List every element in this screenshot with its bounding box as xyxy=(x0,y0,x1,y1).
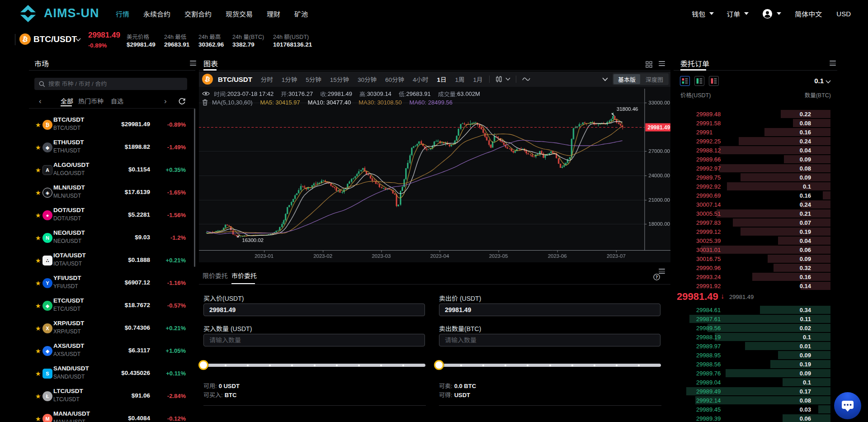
orderbook-row[interactable]: 29988.95 0.09 xyxy=(674,351,837,360)
orderbook-row[interactable]: 29992.25 0.24 xyxy=(674,137,837,146)
chevron-down-icon[interactable] xyxy=(602,77,608,81)
help-icon[interactable]: ? xyxy=(653,274,660,280)
buy-price-input[interactable] xyxy=(203,303,425,316)
orderbook-row[interactable]: 29989.45 0.03 xyxy=(674,405,837,414)
trade-tab-market[interactable]: 市价委托 xyxy=(231,271,257,280)
favorite-star-icon[interactable]: ★ xyxy=(35,189,41,196)
view-basic-button[interactable]: 基本版 xyxy=(613,74,640,84)
timeframe-button[interactable]: 1日 xyxy=(437,75,446,84)
orderbook-row[interactable]: 29989.75 0.09 xyxy=(674,173,837,182)
market-row[interactable]: ★ Y YFI/USDT YFI/USDT $6907.12 -1.16% xyxy=(29,272,195,294)
orderbook-row[interactable]: 29987.61 0.11 xyxy=(674,314,837,323)
favorite-star-icon[interactable]: ★ xyxy=(35,212,41,219)
orderbook-row[interactable]: 29993.24 0.16 xyxy=(674,272,837,281)
orderbook-row[interactable]: 29988.12 0.04 xyxy=(674,146,837,155)
favorite-star-icon[interactable]: ★ xyxy=(35,347,41,355)
orderbook-row[interactable]: 29989.39 0.06 xyxy=(674,414,837,422)
orderbook-row[interactable]: 29991.92 0.14 xyxy=(674,281,837,290)
orderbook-row[interactable]: 30025.39 0.04 xyxy=(674,236,837,245)
slider-handle[interactable] xyxy=(434,360,444,370)
orderbook-row[interactable]: 29989.48 0.22 xyxy=(674,109,837,119)
orderbook-row[interactable]: 29989.49 0.17 xyxy=(674,387,837,396)
search-input[interactable] xyxy=(48,81,175,87)
market-row[interactable]: ★ ◈ MLN/USDT MLN/USDT $17.6139 -1.65% xyxy=(29,181,195,204)
tabs-scroll-left-icon[interactable]: ‹ xyxy=(39,97,42,106)
timeframe-button[interactable]: 5分钟 xyxy=(306,75,321,84)
nav-item-pool[interactable]: 矿池 xyxy=(294,9,308,19)
market-row[interactable]: ★ S SAND/USDT SAND/USDT $0.435026 +0.11% xyxy=(29,362,195,385)
buy-amount-slider[interactable] xyxy=(203,360,425,370)
chart-menu-icon[interactable] xyxy=(659,61,665,66)
market-row[interactable]: ★ ◆ ETH/USDT ETH/USDT $1898.82 -1.49% xyxy=(29,136,195,159)
trade-menu-icon[interactable] xyxy=(659,269,665,274)
orderbook-row[interactable]: 29984.61 0.34 xyxy=(674,305,837,314)
orderbook-row[interactable]: 30031.01 0.06 xyxy=(674,245,837,254)
orderbook-row[interactable]: 29988.56 0.19 xyxy=(674,360,837,369)
chevron-down-icon[interactable] xyxy=(826,80,831,84)
favorite-star-icon[interactable]: ★ xyxy=(35,280,41,287)
market-row[interactable]: ★ M MANA/USDT MANA/USDT $0.4084 -0.12% xyxy=(29,408,195,422)
book-mode-bids-icon[interactable] xyxy=(694,76,704,86)
chevron-down-icon[interactable] xyxy=(75,38,81,42)
nav-item-delivery[interactable]: 交割合约 xyxy=(184,9,212,19)
slider-handle[interactable] xyxy=(198,360,208,370)
market-row[interactable]: ★ Ł LTC/USDT LTC/USDT $91.06 -2.84% xyxy=(29,385,195,408)
scrollbar[interactable] xyxy=(194,109,195,267)
orderbook-row[interactable]: 29989.04 0.1 xyxy=(674,378,837,387)
favorite-star-icon[interactable]: ★ xyxy=(35,415,41,422)
book-mode-both-icon[interactable] xyxy=(680,76,690,86)
market-menu-icon[interactable] xyxy=(190,61,196,66)
indicator-line-icon[interactable] xyxy=(522,76,530,82)
favorite-star-icon[interactable]: ★ xyxy=(35,302,41,309)
orderbook-row[interactable]: 29997.83 0.07 xyxy=(674,218,837,227)
orderbook-row[interactable]: 29992.92 0.1 xyxy=(674,182,837,191)
timeframe-button[interactable]: 30分钟 xyxy=(358,75,377,84)
sell-amount-slider[interactable] xyxy=(439,360,661,370)
currency-selector[interactable]: USD xyxy=(836,10,851,18)
timeframe-button[interactable]: 4小时 xyxy=(413,75,429,84)
chevron-down-icon[interactable] xyxy=(505,77,510,81)
refresh-icon[interactable] xyxy=(178,97,186,105)
orderbook-row[interactable]: 29992.14 0.08 xyxy=(674,396,837,405)
nav-item-spot[interactable]: 现货交易 xyxy=(226,9,253,19)
orderbook-row[interactable]: 29989.97 0.01 xyxy=(674,341,837,351)
favorite-star-icon[interactable]: ★ xyxy=(35,325,41,332)
favorite-star-icon[interactable]: ★ xyxy=(35,121,41,128)
candlestick-style-icon[interactable] xyxy=(495,76,503,83)
sell-price-input[interactable] xyxy=(439,303,660,316)
market-row[interactable]: ★ ● DOT/USDT DOT/USDT $5.2281 -1.56% xyxy=(29,204,195,227)
eye-icon[interactable] xyxy=(202,91,210,96)
view-depth-button[interactable]: 深度图 xyxy=(641,74,668,84)
market-row[interactable]: ★ N NEO/USDT NEO/USDT $9.03 -1.2% xyxy=(29,227,195,249)
favorite-star-icon[interactable]: ★ xyxy=(35,370,41,377)
sell-amount-input[interactable] xyxy=(439,334,660,346)
market-tab-all[interactable]: 全部 xyxy=(61,96,73,105)
market-row[interactable]: ★ ◆ AXS/USDT AXS/USDT $6.3117 +1.05% xyxy=(29,340,195,362)
market-row[interactable]: ★ ₿ BTC/USDT BTC/USDT $29981.49 -0.89% xyxy=(29,114,195,136)
orderbook-row[interactable]: 29992.97 0.08 xyxy=(674,164,837,173)
favorite-star-icon[interactable]: ★ xyxy=(35,234,41,242)
favorite-star-icon[interactable]: ★ xyxy=(35,144,41,151)
market-row[interactable]: ★ X XRP/USDT XRP/USDT $0.74306 +0.21% xyxy=(29,317,195,340)
orderbook-row[interactable]: 29989.66 0.09 xyxy=(674,155,837,164)
book-mode-asks-icon[interactable] xyxy=(709,76,719,86)
precision-selector[interactable]: 0.1 xyxy=(814,77,824,85)
language-selector[interactable]: 简体中文 xyxy=(795,9,822,19)
orderbook-row[interactable]: 29989.76 0.09 xyxy=(674,369,837,378)
wallet-menu[interactable]: 钱包 xyxy=(692,9,714,19)
orderbook-row[interactable]: 29991.58 0.08 xyxy=(674,119,837,128)
timeframe-button[interactable]: 分时 xyxy=(261,75,273,84)
nav-item-earn[interactable]: 理财 xyxy=(267,9,280,19)
timeframe-button[interactable]: 60分钟 xyxy=(385,75,404,84)
market-row[interactable]: ★ ∴ IOTA/USDT IOTA/USDT $0.1888 +0.21% xyxy=(29,249,195,272)
orderbook-row[interactable]: 29990.96 0.32 xyxy=(674,263,837,272)
timeframe-button[interactable]: 15分钟 xyxy=(330,75,349,84)
account-menu[interactable] xyxy=(762,9,781,19)
market-tab-fav[interactable]: 自选 xyxy=(111,96,123,105)
market-row[interactable]: ★ A ALGO/USDT ALGO/USDT $0.1154 +0.35% xyxy=(29,159,195,181)
trade-tab-limit[interactable]: 限价委托 xyxy=(203,271,228,280)
candlestick-chart[interactable] xyxy=(199,87,670,262)
pair-selector[interactable]: BTC/USDT xyxy=(33,34,77,44)
buy-amount-input[interactable] xyxy=(203,334,425,346)
orderbook-row[interactable]: 29988.19 0.1 xyxy=(674,332,837,341)
